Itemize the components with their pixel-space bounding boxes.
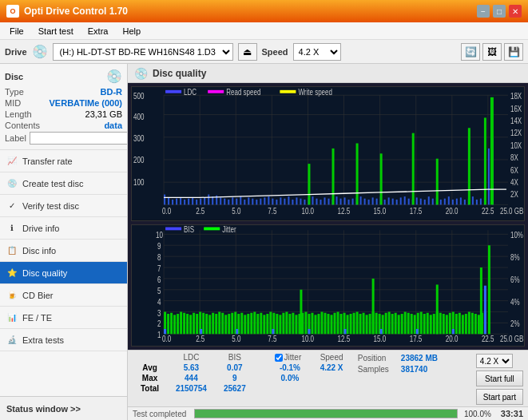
svg-rect-283 xyxy=(459,312,461,333)
svg-rect-211 xyxy=(228,314,230,334)
svg-rect-237 xyxy=(311,312,313,333)
svg-rect-62 xyxy=(220,197,221,204)
start-full-button[interactable]: Start full xyxy=(476,370,523,386)
disc-contents-row: Contents data xyxy=(5,121,122,130)
nav-drive-info[interactable]: ℹ Drive info xyxy=(0,217,127,240)
svg-rect-63 xyxy=(224,199,225,205)
nav-extra-tests[interactable]: 🔬 Extra tests xyxy=(0,329,127,351)
svg-rect-122 xyxy=(460,197,462,204)
samples-value: 381740 xyxy=(401,365,427,374)
svg-text:1: 1 xyxy=(157,331,161,339)
drive-label: Drive xyxy=(5,47,27,57)
svg-text:6%: 6% xyxy=(510,275,520,284)
svg-rect-114 xyxy=(428,196,430,204)
chart1-svg: 500 400 300 200 100 18X 16X 14X 12X 10X … xyxy=(132,87,524,220)
toolbar-btn-3[interactable]: 💾 xyxy=(504,43,523,61)
samples-label: Samples xyxy=(358,365,398,374)
svg-text:2: 2 xyxy=(157,319,161,328)
svg-rect-209 xyxy=(221,312,224,333)
drive-select[interactable]: (H:) HL-DT-ST BD-RE WH16NS48 1.D3 xyxy=(53,43,233,61)
svg-text:22.5: 22.5 xyxy=(482,207,494,216)
menu-extra[interactable]: Extra xyxy=(81,25,115,38)
menu-start-test[interactable]: Start test xyxy=(32,25,80,38)
svg-rect-303 xyxy=(380,329,383,334)
svg-rect-264 xyxy=(398,315,400,334)
svg-text:17.5: 17.5 xyxy=(410,207,423,216)
speed-selector[interactable]: 4.2 X xyxy=(476,354,513,368)
drive-info-icon: ℹ xyxy=(6,223,18,234)
svg-rect-223 xyxy=(266,314,268,334)
nav-create-test-disc-label: Create test disc xyxy=(22,179,83,188)
nav-verify-test-disc-label: Verify test disc xyxy=(22,201,79,211)
eject-button[interactable]: ⏏ xyxy=(238,43,257,61)
svg-rect-252 xyxy=(359,314,362,334)
menu-file[interactable]: File xyxy=(3,25,30,38)
nav-create-test-disc[interactable]: 💿 Create test disc xyxy=(0,172,127,195)
svg-rect-230 xyxy=(288,314,291,334)
nav-disc-quality[interactable]: ⭐ Disc quality xyxy=(0,262,127,284)
speed-row: 4.2 X xyxy=(476,354,523,368)
svg-text:12.5: 12.5 xyxy=(338,335,351,343)
svg-rect-189 xyxy=(204,227,220,230)
menu-help[interactable]: Help xyxy=(116,25,147,38)
progress-fill xyxy=(195,410,457,418)
svg-rect-59 xyxy=(208,195,209,205)
disc-info-icon: 📋 xyxy=(6,245,18,256)
svg-rect-195 xyxy=(177,314,179,334)
speed-select[interactable]: 4.2 X xyxy=(293,43,341,61)
toolbar-btn-1[interactable]: 🔄 xyxy=(461,43,480,61)
maximize-button[interactable]: □ xyxy=(493,5,506,18)
svg-rect-106 xyxy=(396,200,398,204)
nav-disc-info[interactable]: 📋 Disc info xyxy=(0,240,127,262)
svg-text:15.0: 15.0 xyxy=(374,335,387,343)
svg-rect-71 xyxy=(256,200,257,204)
jitter-checkbox[interactable] xyxy=(275,354,283,362)
svg-rect-251 xyxy=(356,311,359,334)
svg-rect-78 xyxy=(284,199,285,205)
svg-rect-304 xyxy=(416,329,419,334)
stats-bis-header: BIS xyxy=(216,352,254,363)
svg-rect-193 xyxy=(170,312,173,333)
svg-rect-235 xyxy=(304,311,307,334)
svg-rect-274 xyxy=(430,315,432,334)
svg-rect-261 xyxy=(388,311,391,334)
svg-rect-132 xyxy=(332,149,335,204)
svg-rect-293 xyxy=(372,278,375,333)
svg-rect-287 xyxy=(471,312,474,333)
svg-rect-282 xyxy=(455,314,458,334)
disc-length-row: Length 23,31 GB xyxy=(5,109,122,119)
nav-fe-te[interactable]: 📊 FE / TE xyxy=(0,307,127,329)
svg-text:Write speed: Write speed xyxy=(298,88,332,97)
total-spacer xyxy=(254,383,351,394)
svg-rect-269 xyxy=(414,315,416,334)
nav-transfer-rate[interactable]: 📈 Transfer rate xyxy=(0,150,127,172)
disc-label-label: Label xyxy=(5,133,26,143)
max-jitter: 0.0% xyxy=(268,373,312,383)
minimize-button[interactable]: − xyxy=(477,5,490,18)
svg-text:2.5: 2.5 xyxy=(196,207,204,216)
nav-fe-te-label: FE / TE xyxy=(22,313,52,323)
svg-rect-212 xyxy=(231,312,233,333)
close-button[interactable]: ✕ xyxy=(509,5,522,18)
disc-contents-value: data xyxy=(104,121,122,130)
toolbar-btn-2[interactable]: 🖼 xyxy=(482,43,502,61)
disc-mid-row: MID VERBATIMe (000) xyxy=(5,98,122,108)
avg-bis: 0.07 xyxy=(216,363,254,373)
disc-label-input[interactable] xyxy=(30,132,128,145)
nav-verify-test-disc[interactable]: ✓ Verify test disc xyxy=(0,195,127,217)
disc-type-label: Type xyxy=(5,87,24,97)
svg-text:12.5: 12.5 xyxy=(338,207,351,216)
fe-te-icon: 📊 xyxy=(6,312,18,323)
svg-rect-232 xyxy=(295,315,297,334)
titlebar-left: O Opti Drive Control 1.70 xyxy=(6,5,128,18)
svg-rect-123 xyxy=(464,200,466,204)
nav-drive-info-label: Drive info xyxy=(22,224,59,233)
svg-rect-231 xyxy=(292,312,294,333)
start-part-button[interactable]: Start part xyxy=(476,389,523,405)
avg-speed: 4.22 X xyxy=(312,363,351,373)
status-window[interactable]: Status window >> xyxy=(0,396,127,420)
nav-cd-bier[interactable]: 🍺 CD Bier xyxy=(0,284,127,307)
max-bis: 9 xyxy=(216,373,254,383)
svg-rect-226 xyxy=(276,314,278,334)
svg-rect-241 xyxy=(324,312,326,333)
